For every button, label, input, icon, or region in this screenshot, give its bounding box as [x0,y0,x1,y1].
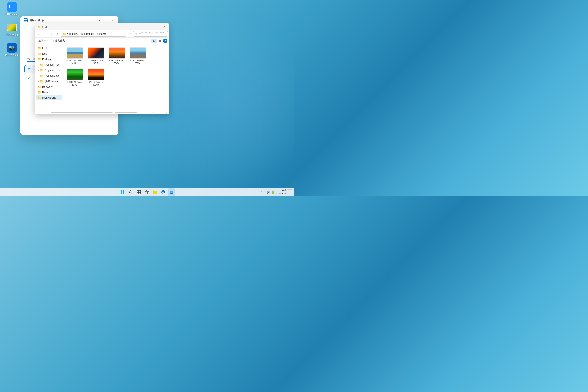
taskbar-explorer[interactable] [152,188,159,196]
svg-rect-14 [139,190,141,192]
sidebar-item-programdata[interactable]: ▶ 📁 ProgramData [36,73,62,78]
desktop-icon-picture[interactable]: Picture1.jpg [4,22,20,36]
refresh-button[interactable]: ⟳ [127,31,132,36]
view-toggle-group: ⊞ ▦ ? [152,38,168,43]
file-grid: t01b78edeefcc0abb81 t01f7fa5b9326b1f3a7 … [63,44,170,109]
taskbar-edge[interactable] [160,188,167,196]
new-folder-button[interactable]: 新建文件夹 [51,38,66,43]
filename-input[interactable] [51,112,113,114]
folder-icon: 📁 [40,74,43,78]
pc-manager-icon [7,2,17,12]
svg-rect-15 [137,192,139,194]
taskbar-search[interactable] [127,188,134,196]
sidebar-item-program-files-1[interactable]: ▶ 📁 Program Files [36,62,62,68]
svg-rect-19 [145,192,147,193]
taskbar-clock[interactable]: 10:08 2021/9/26 [276,189,286,195]
taskbar-taskview[interactable] [135,188,142,196]
open-button[interactable]: 打开(O) [139,112,154,114]
sidebar-item-perflogs[interactable]: 📁 PerfLogs [36,56,62,62]
picture-icon [7,22,17,32]
sidebar-item-recycler[interactable]: 📁 Recycler [36,90,62,95]
file-name-1: t01b78edeefcc0abb81 [68,60,82,65]
folder-icon: 📁 [40,80,43,83]
expand-icon: ▶ [38,64,39,66]
folder-icon: 📁 [38,85,41,88]
sidebar-item-program-files-2[interactable]: ▶ 📁 Program Files [36,68,62,73]
filetype-select[interactable]: 自定义文件 [114,112,137,114]
sidebar-item-label: logs [42,52,47,55]
uploading-icon: ⟳ [27,67,31,71]
back-button[interactable]: ← [36,31,42,36]
svg-rect-18 [147,190,149,191]
sidebar-item-label: Program Files [44,69,60,72]
close-button[interactable]: ✕ [110,18,115,23]
taskbar-right: ∧ ✕ 🔊 🔋 10:08 2021/9/26 [260,189,292,195]
file-thumbnail-4 [130,47,146,58]
help-button[interactable]: ? [163,38,168,43]
menu-button[interactable]: ≡ [96,18,102,23]
up-button[interactable]: ↑ [55,31,60,36]
file-dialog: 📁 打开 ✕ ← → ▾ ↑ 📁 • Window... › shenwanti… [35,24,170,114]
sidebar-item-recovery[interactable]: 📁 Recovery [36,84,62,90]
dialog-toolbar: ← → ▾ ↑ 📁 • Window... › shenwanting test… [35,30,170,38]
taskbar-battery-icon: 🔋 [271,190,274,194]
file-item-5[interactable]: t013207f99ececc87f2 [65,68,84,88]
svg-rect-3 [24,19,26,20]
titlebar-buttons: ≡ — ✕ [96,18,115,23]
sidebar-item-intel[interactable]: 📁 Intel [36,46,62,51]
file-thumbnail-1 [66,47,83,58]
taskbar-widgets[interactable] [143,188,151,196]
svg-rect-17 [145,190,146,191]
dialog-body: 📁 Intel 📁 logs 📁 PerfLogs ▶ 📁 Program Fi… [35,44,170,109]
action-separator [49,39,50,42]
sidebar-item-label: Program Files [44,63,60,66]
sidebar-item-shenwanting[interactable]: 📁 shenwanting [36,95,62,100]
dialog-bottom: 文件名(N): 自定义文件 打开(O) 取消 [35,109,170,114]
expand-icon: ▶ [38,75,39,77]
view-list-button[interactable]: ▦ [157,38,162,43]
dialog-close-button[interactable]: ✕ [162,24,166,30]
organize-button[interactable]: 组织 ∨ [37,38,48,43]
breadcrumb-separator: • [67,32,68,35]
minimize-button[interactable]: — [103,18,108,23]
taskbar-start[interactable] [119,188,126,196]
sidebar-item-label: PerfLogs [42,58,52,61]
svg-rect-5 [24,20,26,22]
svg-rect-4 [26,19,27,20]
taskbar-photo-app[interactable] [168,188,175,196]
file-name-3: t0182c6e152fe495470 [110,60,124,65]
desktop-icon-photo-transfer[interactable]: 📷 图片传输助手 [4,43,20,56]
sidebar-item-logs[interactable]: 📁 logs [36,51,62,56]
sidebar-item-label: Intel [42,47,47,50]
photo-transfer-icon: 📷 [7,43,17,53]
app-titlebar: 图片传输助手 ≡ — ✕ [20,16,118,24]
sidebar-item-label: QMDownloac [44,80,59,83]
file-item-6[interactable]: t0161986eac4ae55f39 [86,68,105,88]
taskbar-show-desktop[interactable] [287,190,292,195]
taskbar-chevron-up[interactable]: ∧ [260,191,262,193]
dropdown-button[interactable]: ▾ [48,31,54,36]
sidebar-item-label: Recycler [42,91,52,94]
sidebar-item-qmdownload[interactable]: ▶ 📁 QMDownloac [36,78,62,84]
app-logo [24,18,28,22]
file-name-2: t01f7fa5b9326b1f3a7 [88,60,103,65]
taskbar-volume-icon[interactable]: 🔊 [266,190,270,194]
forward-button[interactable]: → [42,31,48,36]
cancel-button[interactable]: 取消 [156,112,166,114]
folder-icon: 📁 [40,68,43,72]
file-item-1[interactable]: t01b78edeefcc0abb81 [65,46,84,66]
file-name-6: t0161986eac4ae55f39 [88,81,103,86]
view-grid-button[interactable]: ⊞ [152,38,157,43]
search-icon: 🔍 [135,33,138,35]
file-item-3[interactable]: t0182c6e152fe495470 [107,46,126,66]
folder-icon: 📁 [38,91,41,94]
breadcrumb-chevron[interactable]: ▾ [123,33,124,35]
search-bar[interactable]: 🔍 在 shenwanting test 0905 ... [133,31,168,36]
svg-rect-0 [10,5,14,8]
taskbar-time-display: 10:08 [276,189,286,192]
file-item-2[interactable]: t01f7fa5b9326b1f3a7 [86,46,105,66]
expand-icon: ▶ [38,80,39,82]
file-item-4[interactable]: t01631ec781f2e85724 [128,46,148,66]
breadcrumb[interactable]: 📁 • Window... › shenwanting test 0905 ▾ [61,31,126,36]
desktop-icon-pc-manager[interactable]: PC Manager [4,2,20,16]
